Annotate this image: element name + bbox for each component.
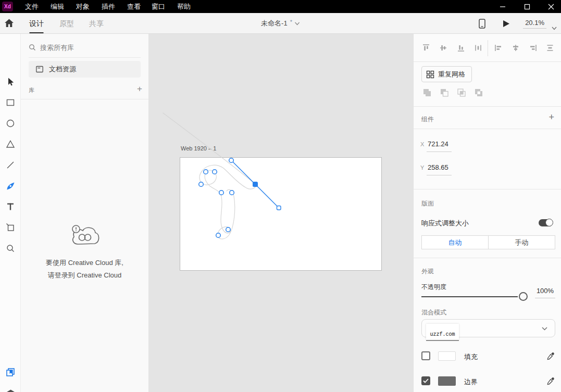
menu-plugins[interactable]: 插件: [96, 0, 120, 13]
fill-label: 填充: [464, 352, 478, 362]
canvas-area[interactable]: Web 1920 – 1: [148, 34, 413, 392]
repeat-grid-button[interactable]: 重复网格: [421, 66, 472, 82]
divider: [29, 57, 141, 58]
border-color-swatch[interactable]: [438, 376, 456, 386]
divider: [414, 189, 561, 189]
creative-cloud-message: 要使用 Creative Cloud 库, 请登录到 Creative Clou…: [21, 224, 148, 282]
title-bar: Xd 文件 编辑 对象 插件 查看 窗口 帮助: [0, 0, 561, 13]
x-field-value[interactable]: 721.24: [428, 140, 448, 148]
fill-eyedropper-icon[interactable]: [547, 352, 555, 360]
align-middle-vertical-icon[interactable]: [439, 44, 447, 52]
tab-prototype[interactable]: 原型: [55, 13, 78, 34]
zoom-level-field[interactable]: 20.1%: [523, 19, 546, 29]
pen-tool-icon[interactable]: [0, 175, 21, 196]
menu-view[interactable]: 查看: [122, 0, 146, 13]
repeat-grid-label: 重复网格: [438, 70, 465, 79]
responsive-resize-label: 响应式调整大小: [421, 219, 469, 228]
divider: [414, 129, 561, 129]
add-library-button[interactable]: +: [137, 84, 142, 94]
align-center-horizontal-icon[interactable]: [512, 44, 520, 52]
menu-help[interactable]: 帮助: [172, 0, 196, 13]
xd-app-window: Xd 文件 编辑 对象 插件 查看 窗口 帮助 设计 原型 共享 未命名-1 *: [0, 0, 561, 392]
check-icon: [423, 378, 429, 383]
y-field-value[interactable]: 258.65: [428, 163, 448, 171]
ellipse-tool-icon[interactable]: [0, 113, 21, 134]
divider: [427, 175, 452, 175]
polygon-tool-icon[interactable]: [0, 134, 21, 155]
chevron-down-icon: [295, 22, 300, 26]
artboard-tool-icon[interactable]: [0, 217, 21, 238]
unsaved-indicator: *: [290, 19, 292, 25]
maximize-button[interactable]: [518, 0, 536, 13]
document-assets-item[interactable]: 文档资源: [29, 61, 141, 78]
y-field-label: Y: [420, 165, 424, 171]
boolean-union-icon[interactable]: [422, 88, 432, 97]
select-tool-icon[interactable]: [0, 71, 21, 92]
opacity-value[interactable]: 100%: [535, 287, 555, 298]
device-preview-icon[interactable]: [479, 19, 485, 31]
libraries-panel-icon[interactable]: [0, 362, 21, 383]
menu-file[interactable]: 文件: [20, 0, 44, 13]
watermark-text: uzzf.com: [430, 332, 455, 337]
border-label: 边界: [464, 377, 478, 387]
tab-share[interactable]: 共享: [85, 13, 108, 34]
opacity-slider-track[interactable]: [421, 296, 518, 297]
divider: [414, 61, 561, 62]
resize-mode-manual[interactable]: 手动: [489, 236, 555, 249]
minimize-button[interactable]: [494, 0, 512, 13]
align-right-icon[interactable]: [529, 44, 537, 52]
document-title[interactable]: 未命名-1 *: [261, 13, 300, 34]
tool-strip: [0, 34, 21, 392]
menu-object[interactable]: 对象: [71, 0, 95, 13]
close-button[interactable]: [542, 0, 560, 13]
distribute-horizontal-icon[interactable]: [474, 44, 482, 52]
opacity-slider-knob[interactable]: [519, 292, 528, 301]
blend-mode-label: 混合模式: [421, 308, 446, 317]
opacity-label: 不透明度: [421, 283, 446, 292]
boolean-exclude-icon[interactable]: [474, 88, 483, 97]
zoom-level-value: 20.1%: [525, 19, 544, 27]
xd-logo-icon: Xd: [2, 2, 13, 11]
divider: [488, 40, 488, 56]
creative-cloud-icon: [70, 224, 100, 247]
watermark-overlay: uzzf.com: [426, 324, 459, 340]
border-eyedropper-icon[interactable]: [547, 377, 555, 385]
inspector-panel: 重复网格 组件 + X 721.24 Y 258.65 版面 响应式调整大小: [413, 34, 561, 392]
line-tool-icon[interactable]: [0, 155, 21, 175]
divider: [427, 151, 452, 152]
document-title-text: 未命名-1: [261, 19, 288, 28]
zoom-chevron-down-icon[interactable]: [552, 23, 557, 32]
artboard[interactable]: [180, 157, 382, 271]
menu-edit[interactable]: 编辑: [45, 0, 69, 13]
align-top-icon[interactable]: [422, 44, 430, 52]
rectangle-tool-icon[interactable]: [0, 92, 21, 113]
layers-panel-icon[interactable]: [0, 383, 21, 392]
search-input[interactable]: [40, 44, 129, 52]
border-checkbox[interactable]: [421, 376, 430, 385]
fill-color-swatch[interactable]: [438, 351, 456, 361]
components-section-label: 组件: [421, 115, 434, 124]
play-preview-icon[interactable]: [502, 20, 510, 30]
align-left-icon[interactable]: [494, 44, 503, 52]
artboard-name[interactable]: Web 1920 – 1: [181, 145, 216, 151]
zoom-tool-icon[interactable]: [0, 238, 21, 259]
library-panel: 文档资源 库 + 要使用 Creative Cloud 库, 请登录到 Crea…: [21, 34, 148, 392]
chevron-down-icon: [542, 327, 547, 331]
toggle-knob: [545, 219, 553, 226]
tab-design[interactable]: 设计: [25, 13, 48, 34]
x-field-label: X: [420, 141, 424, 147]
resize-mode-auto[interactable]: 自动: [422, 236, 489, 249]
library-search[interactable]: [29, 41, 141, 54]
responsive-resize-toggle[interactable]: [539, 219, 553, 226]
libraries-label: 库: [29, 86, 34, 94]
home-icon[interactable]: [4, 18, 14, 30]
boolean-subtract-icon[interactable]: [440, 88, 449, 97]
fill-checkbox[interactable]: [421, 351, 430, 360]
text-tool-icon[interactable]: [0, 196, 21, 217]
cc-message-line2: 请登录到 Creative Cloud: [21, 269, 148, 282]
align-bottom-icon[interactable]: [457, 44, 465, 52]
add-component-button[interactable]: +: [548, 112, 554, 123]
boolean-intersect-icon[interactable]: [457, 88, 466, 97]
menu-window[interactable]: 窗口: [146, 0, 170, 13]
distribute-vertical-icon[interactable]: [546, 44, 554, 52]
